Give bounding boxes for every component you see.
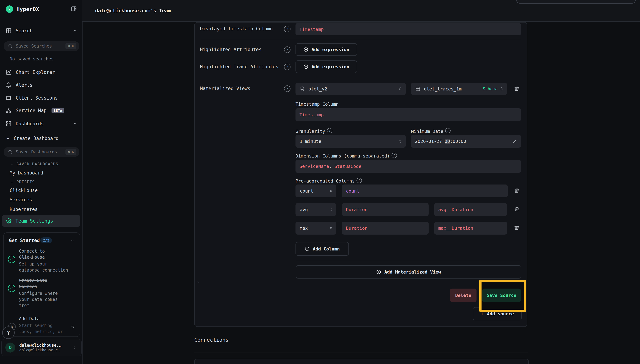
agg-expression-input[interactable]: Duration [342, 203, 429, 216]
get-started-item-title[interactable]: Sources [19, 284, 37, 289]
get-started-item-title[interactable]: Create Data [19, 278, 48, 283]
get-started-item-desc: Start sending [19, 323, 53, 328]
field-label: Materialized Views [200, 86, 250, 91]
divider [201, 39, 521, 39]
sidebar-item-label: Alerts [16, 82, 33, 88]
arrow-right-icon[interactable] [70, 324, 75, 329]
sidebar: HyperDX Search Saved Searches ⌘ K No sav… [0, 0, 83, 364]
input-value: count [346, 188, 359, 194]
label-text: Pre-aggregated Columns [296, 178, 355, 184]
sidebar-item-chart-explorer[interactable]: Chart Explorer [0, 68, 82, 76]
laptop-icon [6, 95, 12, 101]
dimension-columns-input[interactable]: ServiceName, StatusCode [296, 160, 521, 173]
agg-op-select[interactable]: avg [296, 203, 336, 216]
help-icon[interactable]: ? [284, 64, 290, 70]
input-value: Timestamp [299, 112, 324, 118]
chevron-down-icon [10, 162, 14, 166]
help-icon[interactable]: ? [356, 178, 362, 183]
add-column-button[interactable]: Add Column [296, 242, 349, 256]
label-text: Granularity [296, 129, 325, 134]
sidebar-item-kubernetes[interactable]: Kubernetes [10, 207, 38, 212]
agg-alias-input[interactable]: max__Duration [434, 222, 507, 234]
help-icon[interactable]: ? [284, 86, 290, 92]
label-text: Minimum Date [411, 129, 443, 134]
group-saved-dashboards[interactable]: SAVED DASHBOARDS [10, 162, 58, 166]
sidebar-item-my-dashboard[interactable]: My Dashboard [10, 170, 43, 176]
field-label: Displayed Timestamp Column [200, 26, 273, 32]
collapse-sidebar-icon[interactable] [71, 6, 77, 12]
schema-link[interactable]: Schema [483, 86, 498, 91]
sidebar-item-alerts[interactable]: Alerts [0, 81, 82, 90]
hyperdx-logo-icon [6, 5, 13, 13]
get-started-item-title[interactable]: Connect to [19, 248, 45, 254]
agg-op-select[interactable]: count [296, 184, 336, 198]
shortcut-badge: ⌘ K [66, 43, 76, 49]
help-icon[interactable]: ? [284, 26, 290, 32]
help-icon[interactable]: ? [445, 128, 451, 133]
trash-icon[interactable] [514, 225, 519, 231]
dimension-col: ServiceName [299, 164, 329, 169]
get-started-item-title[interactable]: Add Data [19, 316, 40, 322]
displayed-timestamp-input[interactable]: Timestamp [296, 23, 521, 36]
get-started-item-title[interactable]: ClickHouse [19, 254, 45, 260]
trash-icon[interactable] [514, 86, 519, 92]
trash-icon[interactable] [514, 188, 519, 194]
trash-icon[interactable] [514, 206, 519, 212]
user-account-card[interactable]: D dale@clickhouse.… dale@clickhouse.c… [2, 339, 82, 356]
add-expression-button[interactable]: Add expression [296, 43, 357, 56]
team-title: dale@clickhouse.com's Team [95, 8, 171, 14]
sidebar-item-clickhouse[interactable]: ClickHouse [10, 188, 38, 193]
help-icon[interactable]: ? [327, 128, 332, 133]
chevron-up-icon[interactable] [73, 28, 77, 33]
sidebar-item-client-sessions[interactable]: Client Sessions [0, 94, 82, 102]
add-materialized-view-button[interactable]: Add Materialized View [296, 265, 521, 278]
get-started-item-desc: Set up your [19, 262, 48, 267]
chevron-up-icon[interactable] [73, 122, 77, 126]
saved-dashboards-input[interactable]: Saved Dashboards ⌘ K [4, 147, 80, 157]
minimum-date-input[interactable]: 2026-01-27 00:00:00 [411, 135, 521, 148]
mv-database-select[interactable]: otel_v2 [296, 82, 406, 95]
plus-circle-icon [376, 270, 381, 274]
input-value: Timestamp [299, 27, 324, 32]
saved-searches-placeholder: Saved Searches [16, 44, 66, 49]
sidebar-item-dashboards[interactable]: Dashboards [0, 120, 82, 128]
table-icon [415, 86, 420, 91]
help-button[interactable]: ? [2, 326, 15, 339]
sidebar-item-service-map[interactable]: Service Map BETA [0, 106, 82, 115]
gear-icon [6, 218, 12, 224]
check-circle-icon [8, 256, 16, 263]
help-icon[interactable]: ? [284, 46, 290, 53]
main-area: dale@clickhouse.com's Team Displayed Tim… [82, 0, 640, 364]
clear-icon[interactable] [513, 139, 517, 144]
sidebar-item-create-dashboard[interactable]: + Create Dashboard [0, 134, 82, 143]
connections-card [194, 359, 529, 364]
agg-alias-input[interactable]: avg__Duration [434, 203, 507, 216]
sidebar-item-search[interactable]: Search [0, 26, 82, 35]
mv-timestamp-column-input[interactable]: Timestamp [296, 108, 521, 121]
agg-expression-input[interactable]: Duration [342, 222, 429, 234]
sidebar-item-label: Search [16, 28, 33, 34]
sidebar-item-label: Dashboards [16, 121, 44, 126]
input-value: Duration [346, 226, 367, 231]
group-presets[interactable]: PRESETS [10, 180, 35, 184]
delete-button[interactable]: Delete [450, 288, 476, 302]
saved-dashboards-placeholder: Saved Dashboards [16, 150, 66, 154]
field-label: Highlighted Attributes [200, 47, 262, 52]
search-icon [8, 44, 13, 48]
group-header-label: SAVED DASHBOARDS [17, 162, 58, 166]
select-value: otel_traces_1m [424, 86, 462, 92]
search-icon [8, 150, 13, 154]
agg-expression-input[interactable]: count [342, 184, 508, 198]
sidebar-item-services[interactable]: Services [10, 197, 32, 202]
granularity-select[interactable]: 1 minute [296, 135, 406, 148]
save-source-button[interactable]: Save Source [482, 288, 521, 302]
agg-op-select[interactable]: max [296, 222, 336, 234]
get-started-panel: Get Started 2/3 Connect to ClickHouse Se… [3, 232, 80, 337]
chevron-up-icon[interactable] [70, 238, 75, 243]
mv-table-select[interactable]: otel_traces_1m Schema [411, 82, 507, 95]
saved-searches-input[interactable]: Saved Searches ⌘ K [4, 41, 80, 51]
sidebar-item-team-settings[interactable]: Team Settings [2, 215, 80, 227]
add-expression-button[interactable]: Add expression [296, 60, 357, 73]
help-icon[interactable]: ? [392, 153, 397, 158]
updown-chevrons-icon [329, 188, 333, 193]
